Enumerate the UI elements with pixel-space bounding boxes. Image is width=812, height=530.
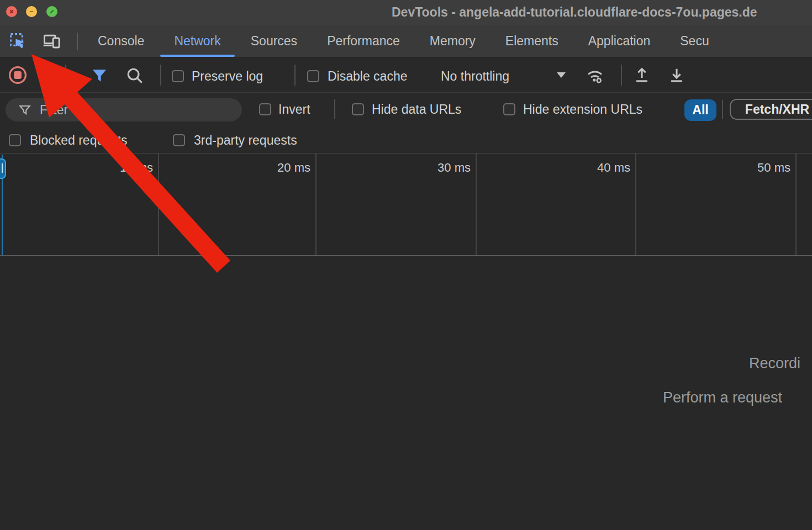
window-title: DevTools - angela-add-tutorial.cloudflar…: [392, 5, 757, 20]
export-har-download-icon: [667, 66, 686, 84]
timeline-tick-label: 40 ms: [570, 161, 630, 175]
search-button[interactable]: [125, 66, 145, 86]
hide-extension-urls-checkbox[interactable]: [503, 103, 515, 115]
window-titlebar: DevTools - angela-add-tutorial.cloudflar…: [0, 0, 812, 25]
tab-network[interactable]: Network: [159, 25, 235, 57]
preserve-log-label[interactable]: Preserve log: [192, 69, 263, 84]
filter-input[interactable]: [39, 102, 229, 118]
tab-application[interactable]: Application: [573, 25, 666, 57]
search-icon: [125, 66, 144, 85]
disable-cache-checkbox[interactable]: [307, 70, 319, 82]
request-type-all-button[interactable]: All: [684, 99, 716, 121]
network-toolbar: Preserve log Disable cache No throttling: [0, 57, 812, 93]
network-requests-panel: Recordi Perform a request: [0, 256, 812, 530]
toolbar-separator: [294, 65, 296, 86]
network-overview-timeline[interactable]: 10 ms 20 ms 30 ms 40 ms 50 ms: [0, 153, 812, 256]
tab-performance[interactable]: Performance: [312, 25, 415, 57]
clear-network-log-button[interactable]: [43, 65, 62, 85]
hide-data-urls-label[interactable]: Hide data URLs: [372, 102, 461, 117]
timeline-tick-label: 50 ms: [730, 161, 790, 175]
toggle-device-toolbar-button[interactable]: [41, 30, 63, 52]
import-har-button[interactable]: [632, 65, 652, 85]
third-party-requests-checkbox[interactable]: [173, 134, 185, 146]
filter-toggle-button[interactable]: [90, 66, 109, 85]
inspect-element-button[interactable]: [7, 30, 29, 52]
tab-memory[interactable]: Memory: [415, 25, 491, 57]
blocked-requests-label[interactable]: Blocked requests: [30, 133, 127, 148]
request-type-row: Blocked requests 3rd-party requests: [0, 126, 812, 153]
disable-cache-label[interactable]: Disable cache: [328, 69, 407, 84]
toolbar-separator: [160, 65, 161, 86]
close-icon: [8, 8, 15, 15]
minimize-icon: [28, 8, 35, 15]
dropdown-caret-icon[interactable]: [557, 72, 566, 78]
toolbar-separator: [621, 65, 622, 86]
timeline-divider: [635, 153, 636, 255]
invert-checkbox[interactable]: [259, 103, 271, 115]
tab-console[interactable]: Console: [83, 25, 159, 57]
network-filter-bar: Invert Hide data URLs Hide extension URL…: [0, 93, 812, 126]
network-conditions-button[interactable]: [583, 65, 607, 86]
export-har-button[interactable]: [667, 65, 687, 85]
minimize-window-button[interactable]: [26, 6, 37, 17]
clear-network-log-icon: [43, 66, 62, 84]
preserve-log-checkbox[interactable]: [172, 70, 184, 82]
network-conditions-wifi-gear-icon: [584, 66, 606, 86]
timeline-divider: [315, 153, 317, 255]
timeline-left-drag-handle[interactable]: [0, 158, 6, 179]
filter-funnel-icon: [91, 67, 108, 84]
empty-state-hint-text: Perform a request: [663, 389, 782, 406]
timeline-tick-label: 30 ms: [410, 161, 471, 175]
record-network-log-button[interactable]: [8, 65, 28, 85]
import-har-upload-icon: [632, 66, 651, 84]
record-stop-icon: [8, 65, 28, 85]
device-toolbar-icon: [42, 31, 62, 51]
panel-tabs: Console Network Sources Performance Memo…: [83, 25, 724, 57]
filter-separator: [722, 100, 723, 119]
timeline-divider: [476, 153, 477, 255]
third-party-requests-label[interactable]: 3rd-party requests: [194, 133, 297, 148]
zoom-window-button[interactable]: [46, 6, 57, 17]
tab-sources[interactable]: Sources: [236, 25, 312, 57]
tabbar-separator: [77, 33, 78, 50]
blocked-requests-checkbox[interactable]: [9, 134, 21, 146]
inspect-cursor-icon: [8, 31, 27, 50]
request-type-fetch-xhr-button[interactable]: Fetch/XHR: [730, 99, 812, 120]
empty-state-recording-text: Recordi: [749, 355, 800, 372]
timeline-divider: [158, 153, 159, 255]
toolbar-separator: [65, 65, 66, 86]
timeline-tick-label: 20 ms: [250, 161, 310, 175]
filter-separator: [334, 99, 335, 119]
tab-elements[interactable]: Elements: [491, 25, 573, 57]
filter-input-container: [6, 98, 242, 121]
throttling-select[interactable]: No throttling: [441, 69, 509, 84]
filter-funnel-outline-icon: [18, 103, 32, 117]
devtools-tab-bar: Console Network Sources Performance Memo…: [0, 25, 812, 57]
hide-data-urls-checkbox[interactable]: [352, 103, 364, 115]
timeline-tick-label: 10 ms: [92, 161, 153, 175]
zoom-disabled-icon: [49, 8, 55, 15]
hide-extension-urls-label[interactable]: Hide extension URLs: [523, 102, 642, 117]
tab-security[interactable]: Secu: [665, 25, 724, 57]
close-window-button[interactable]: [6, 6, 17, 17]
timeline-divider: [795, 153, 797, 255]
invert-label[interactable]: Invert: [278, 102, 310, 117]
